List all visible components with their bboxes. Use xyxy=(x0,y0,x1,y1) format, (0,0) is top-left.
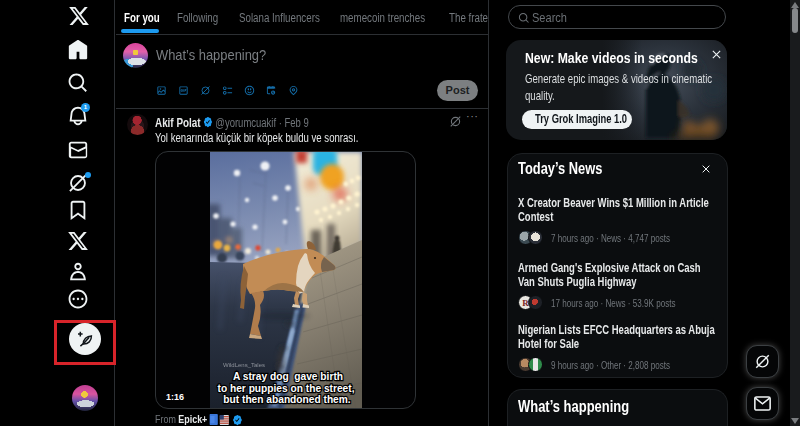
svg-text:to her puppies on the street,: to her puppies on the street, xyxy=(218,383,355,394)
svg-text:A stray dog gave birth: A stray dog gave birth xyxy=(233,371,343,382)
svg-text:WildLens_Tales: WildLens_Tales xyxy=(223,362,265,368)
svg-text:but then abandoned them.: but then abandoned them. xyxy=(223,394,351,405)
